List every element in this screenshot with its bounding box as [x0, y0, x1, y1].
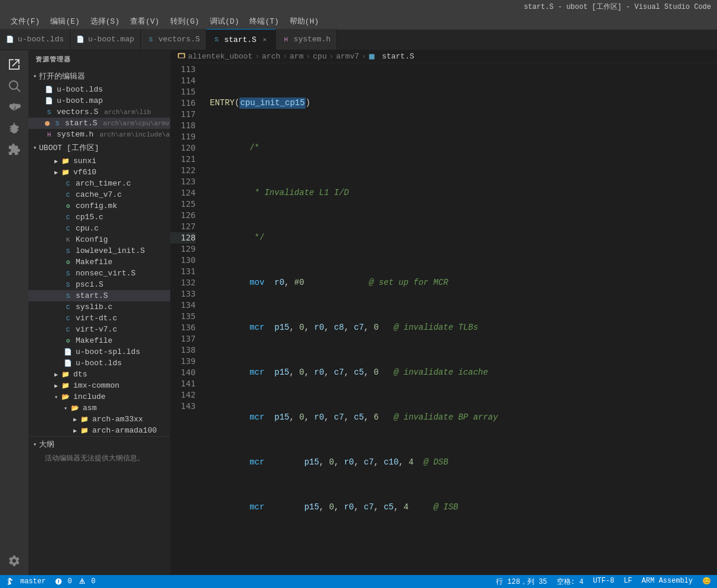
settings-icon[interactable] — [5, 551, 24, 570]
folder-arch-am33xx[interactable]: ▶ 📁 arch-am33xx — [28, 414, 170, 425]
file-makefile-1[interactable]: ⚙ Makefile — [28, 256, 170, 268]
code-view[interactable]: ENTRY(cpu_init_cp15) /* * Invalidate L1 … — [203, 63, 717, 575]
open-file-start-s[interactable]: S start.S arch\arm\cpu\armv7 — [28, 118, 170, 129]
file-cpu-c[interactable]: C cpu.c — [28, 223, 170, 234]
file-u-boot-spl-lds[interactable]: 📄 u-boot-spl.lds — [28, 346, 170, 358]
open-file-vectors-s[interactable]: S vectors.S arch\arm\lib — [28, 106, 170, 118]
menu-goto[interactable]: 转到(G) — [166, 15, 204, 28]
tab-start-s[interactable]: S start.S ✕ — [206, 29, 276, 50]
status-feedback[interactable]: 😊 — [702, 577, 711, 587]
filename: psci.S — [76, 280, 103, 289]
folder-dts[interactable]: ▶ 📁 dts — [28, 369, 170, 380]
code-line-116: */ — [210, 232, 717, 243]
folder-arch-armada100[interactable]: ▶ 📁 arch-armada100 — [28, 425, 170, 436]
status-branch[interactable]: master — [6, 577, 46, 586]
status-language[interactable]: ARM Assembly — [642, 577, 693, 587]
folder-vf610[interactable]: ▶ 📁 vf610 — [28, 167, 170, 178]
breadcrumb-arch[interactable]: arch — [262, 52, 280, 61]
tab-system-h[interactable]: H system.h — [276, 29, 337, 50]
file-syslib-c[interactable]: C syslib.c — [28, 301, 170, 313]
status-position[interactable]: 行 128，列 35 — [496, 577, 547, 587]
file-cp15-c[interactable]: C cp15.c — [28, 212, 170, 223]
status-errors[interactable]: 0 0 — [55, 577, 95, 586]
breadcrumb-start-s[interactable]: start.S — [368, 52, 414, 61]
open-editors-section[interactable]: ▾ 打开的编辑器 — [28, 69, 170, 84]
file-virt-dt-c[interactable]: C virt-dt.c — [28, 313, 170, 324]
breadcrumb-alientek[interactable]: alientek_uboot — [188, 52, 252, 61]
c-file-icon: C — [64, 213, 72, 222]
menu-help[interactable]: 帮助(H) — [285, 15, 323, 28]
code-line-123 — [210, 547, 717, 558]
breadcrumb-cpu[interactable]: cpu — [313, 52, 326, 61]
outline-section[interactable]: ▾ 大纲 — [28, 436, 170, 452]
file-nonsec-virt-s[interactable]: S nonsec_virt.S — [28, 268, 170, 279]
tab-u-boot-map[interactable]: 📄 u-boot.map — [70, 29, 141, 50]
s-file-icon: S — [53, 119, 61, 128]
file-config-mk[interactable]: ⚙ config.mk — [28, 200, 170, 212]
h-file-icon: H — [45, 131, 53, 139]
menu-select[interactable]: 选择(S) — [86, 15, 124, 28]
status-encoding[interactable]: UTF-8 — [593, 577, 614, 587]
open-file-u-boot-map[interactable]: 📄 u-boot.map — [28, 95, 170, 106]
tab-close-button[interactable]: ✕ — [260, 35, 270, 44]
file-lowlevel-init-s[interactable]: S lowlevel_init.S — [28, 245, 170, 256]
lds-icon: 📄 — [6, 35, 14, 44]
makefile-icon: ⚙ — [64, 337, 72, 345]
explorer-icon[interactable] — [5, 55, 24, 74]
status-spaces[interactable]: 空格: 4 — [557, 577, 584, 587]
menu-file[interactable]: 文件(F) — [6, 15, 44, 28]
extensions-icon[interactable] — [5, 140, 24, 159]
status-line-ending[interactable]: LF — [624, 577, 632, 587]
editor-content: 113 114 115 116 117 118 119 120 121 122 … — [170, 63, 717, 575]
file-virt-v7-c[interactable]: C virt-v7.c — [28, 324, 170, 335]
file-u-boot-lds[interactable]: 📄 u-boot.lds — [28, 358, 170, 369]
open-file-system-h[interactable]: H system.h arch\arm\include\asm — [28, 129, 170, 140]
tab-vectors-s[interactable]: S vectors.S — [141, 29, 206, 50]
file-makefile-2[interactable]: ⚙ Makefile — [28, 335, 170, 346]
breadcrumb-arm[interactable]: arm — [290, 52, 303, 61]
c-file-icon: C — [64, 180, 72, 188]
file-path: arch\arm\cpu\armv7 — [103, 120, 170, 127]
folder-asm[interactable]: ▾ 📂 asm — [28, 402, 170, 414]
outline-message: 活动编辑器无法提供大纲信息。 — [28, 452, 170, 464]
folder-imx-common[interactable]: ▶ 📁 imx-common — [28, 380, 170, 391]
folder-include[interactable]: ▾ 📂 include — [28, 391, 170, 402]
menu-debug[interactable]: 调试(D) — [205, 15, 244, 28]
activity-bar — [0, 50, 28, 575]
folder-icon: 📁 — [80, 427, 89, 435]
debug-icon[interactable] — [5, 119, 24, 138]
file-start-s[interactable]: S start.S — [28, 290, 170, 301]
chevron-right-icon: ▶ — [73, 427, 77, 434]
filename: Makefile — [76, 258, 112, 267]
filename: syslib.c — [76, 303, 112, 311]
filename: virt-v7.c — [76, 325, 117, 334]
breadcrumb-sep-4: › — [329, 52, 334, 61]
search-icon[interactable] — [5, 76, 24, 95]
chevron-down-icon: ▾ — [33, 144, 37, 151]
line-numbers: 113 114 115 116 117 118 119 120 121 122 … — [170, 63, 203, 575]
chevron-right-icon: ▶ — [54, 158, 58, 165]
filename: virt-dt.c — [76, 314, 117, 323]
menu-terminal[interactable]: 终端(T) — [245, 15, 283, 28]
file-arch-timer-c[interactable]: C arch_timer.c — [28, 178, 170, 189]
breadcrumb-armv7[interactable]: armv7 — [336, 52, 359, 61]
menu-view[interactable]: 查看(V) — [125, 15, 164, 28]
workspace-label: UBOOT [工作区] — [39, 142, 99, 153]
c-file-icon: C — [64, 191, 72, 199]
filename: start.S — [76, 291, 108, 300]
tab-label: system.h — [294, 35, 330, 44]
file-kconfig[interactable]: K Kconfig — [28, 234, 170, 245]
breadcrumb-icon — [177, 51, 186, 62]
tab-u-boot-lds[interactable]: 📄 u-boot.lds — [0, 29, 70, 50]
open-file-u-boot-lds[interactable]: 📄 u-boot.lds — [28, 84, 170, 95]
status-left: master 0 0 — [6, 577, 95, 586]
filename: arch_timer.c — [76, 179, 131, 188]
workspace-section[interactable]: ▾ UBOOT [工作区] — [28, 140, 170, 155]
git-icon[interactable] — [5, 98, 24, 116]
chevron-down-icon: ▾ — [33, 73, 37, 80]
folder-sunxi[interactable]: ▶ 📁 sunxi — [28, 155, 170, 167]
menu-edit[interactable]: 编辑(E) — [46, 15, 84, 28]
file-psci-s[interactable]: S psci.S — [28, 279, 170, 290]
file-path: arch\arm\lib — [104, 109, 151, 116]
file-cache-v7-c[interactable]: C cache_v7.c — [28, 189, 170, 200]
